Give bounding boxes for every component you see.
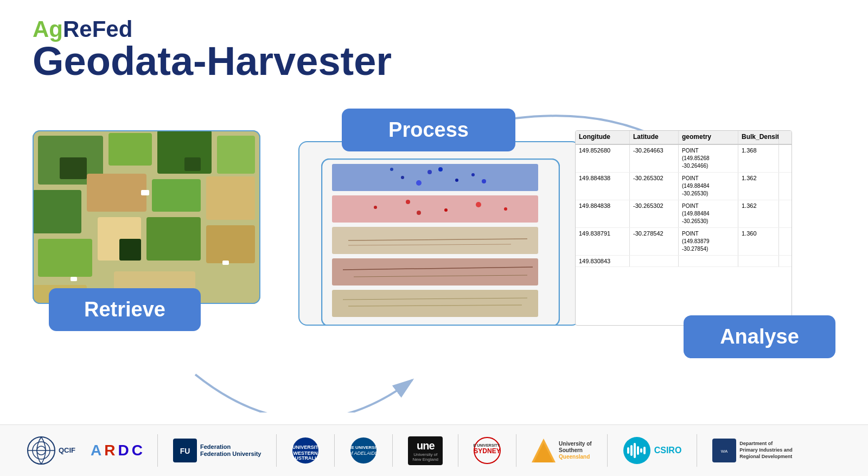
une-sub2: New England xyxy=(412,457,438,462)
svg-point-29 xyxy=(416,180,422,186)
logo-federation: FU Federation Federation University xyxy=(173,439,261,462)
ard-a: A xyxy=(91,442,101,459)
svg-point-28 xyxy=(455,179,458,182)
footer: QCIF A R D C FU Federation Federation Un… xyxy=(0,424,868,476)
svg-text:FU: FU xyxy=(180,447,190,455)
data-table: Longitude Latitude geometry Bulk_Density… xyxy=(575,130,792,326)
footer-divider-5 xyxy=(458,434,458,467)
svg-rect-71 xyxy=(630,445,633,456)
col-latitude-header: Latitude xyxy=(630,131,679,144)
svg-rect-7 xyxy=(217,136,255,174)
logo-csiro: CSIRO xyxy=(623,436,682,465)
logo-dpird: WA Department of Primary Industries and … xyxy=(712,439,793,462)
svg-text:AUSTRALIA: AUSTRALIA xyxy=(292,455,319,461)
svg-point-26 xyxy=(401,176,404,179)
table-row: 149.838791 -30.278542 POINT(149.83879-30… xyxy=(576,228,792,256)
svg-point-27 xyxy=(427,170,432,174)
uoa-icon: THE UNIVERSITY of ADELAIDE xyxy=(350,437,377,464)
csiro-icon xyxy=(623,436,651,465)
ard-c: C xyxy=(132,442,142,459)
ard-r: R xyxy=(104,442,114,459)
logo-usyd: THE UNIVERSITY OF SYDNEY xyxy=(474,437,501,464)
ard-d: D xyxy=(118,442,129,459)
usq-text: University of xyxy=(559,441,592,447)
footer-divider-6 xyxy=(516,434,516,467)
svg-text:SYDNEY: SYDNEY xyxy=(474,447,500,455)
svg-text:THE UNIVERSITY OF: THE UNIVERSITY OF xyxy=(292,445,319,450)
svg-rect-18 xyxy=(184,157,201,171)
svg-rect-9 xyxy=(87,174,146,212)
svg-rect-19 xyxy=(141,190,149,195)
brand-refed: ReFed xyxy=(63,16,132,42)
svg-rect-25 xyxy=(332,164,538,191)
svg-point-36 xyxy=(406,200,410,204)
svg-rect-14 xyxy=(146,217,201,261)
svg-rect-11 xyxy=(206,176,255,220)
svg-point-39 xyxy=(504,207,507,211)
dpird-text-block: Department of Primary Industries and Reg… xyxy=(739,441,793,460)
analyse-area: Longitude Latitude geometry Bulk_Density… xyxy=(575,130,835,364)
une-sub: University of xyxy=(413,452,437,457)
retrieve-label: Retrieve xyxy=(49,288,201,331)
logo-ard: A R D C xyxy=(91,442,142,459)
svg-rect-10 xyxy=(152,179,201,212)
process-label: Process xyxy=(342,109,515,151)
footer-divider-3 xyxy=(334,434,335,467)
usq-icon xyxy=(532,439,556,462)
layers-visual xyxy=(321,158,560,321)
diagram: Retrieve Process xyxy=(33,109,835,412)
svg-rect-16 xyxy=(60,157,87,179)
usq-text-block: University of Southern Queensland xyxy=(559,441,592,460)
col-geometry-header: geometry xyxy=(679,131,738,144)
logo-uoa: THE UNIVERSITY of ADELAIDE xyxy=(350,437,377,464)
uwa-icon: THE UNIVERSITY OF WESTERN AUSTRALIA xyxy=(292,437,319,464)
table-header: Longitude Latitude geometry Bulk_Density xyxy=(576,131,792,145)
analyse-label: Analyse xyxy=(684,315,835,358)
svg-point-37 xyxy=(444,208,448,212)
qcif-icon xyxy=(27,436,55,465)
footer-divider-1 xyxy=(157,434,158,467)
svg-rect-5 xyxy=(108,133,152,166)
svg-point-35 xyxy=(374,206,377,209)
svg-text:of ADELAIDE: of ADELAIDE xyxy=(350,450,377,456)
csiro-text: CSIRO xyxy=(654,445,682,455)
svg-text:THE UNIVERSITY: THE UNIVERSITY xyxy=(350,445,377,450)
svg-point-31 xyxy=(438,167,443,172)
svg-point-40 xyxy=(417,211,421,215)
header: AgReFed Geodata-Harvester xyxy=(33,16,392,82)
main-title: Geodata-Harvester xyxy=(33,40,392,82)
svg-rect-44 xyxy=(332,258,538,285)
layers-box xyxy=(298,141,580,326)
logo-uwa: THE UNIVERSITY OF WESTERN AUSTRALIA xyxy=(292,437,319,464)
svg-rect-12 xyxy=(38,239,92,277)
svg-point-32 xyxy=(482,179,486,183)
svg-point-33 xyxy=(390,168,393,171)
table-row: 149.830843 xyxy=(576,256,792,267)
svg-rect-15 xyxy=(206,225,255,263)
qcif-text: QCIF xyxy=(59,446,75,455)
footer-divider-8 xyxy=(697,434,697,467)
footer-divider-4 xyxy=(392,434,393,467)
federation-icon: FU xyxy=(173,439,197,462)
svg-text:THE UNIVERSITY OF: THE UNIVERSITY OF xyxy=(474,443,501,447)
svg-rect-20 xyxy=(71,277,77,281)
col-longitude-header: Longitude xyxy=(576,131,630,144)
logo-une: une University of New England xyxy=(408,436,443,465)
svg-rect-75 xyxy=(643,447,646,454)
svg-rect-74 xyxy=(640,448,642,453)
svg-rect-73 xyxy=(637,446,639,455)
col-bulk-header: Bulk_Density xyxy=(738,131,779,144)
une-text: une xyxy=(417,440,435,452)
svg-rect-17 xyxy=(119,239,141,261)
retrieve-box: Retrieve xyxy=(33,130,260,331)
table-row: 149.852680 -30.264663 POINT(149.85268-30… xyxy=(576,145,792,173)
svg-rect-47 xyxy=(332,290,538,317)
svg-rect-21 xyxy=(222,261,229,265)
une-box: une University of New England xyxy=(408,436,443,465)
dpird-icon: WA xyxy=(712,439,736,462)
svg-point-38 xyxy=(476,202,481,207)
process-area: Process xyxy=(298,109,580,342)
footer-divider-2 xyxy=(276,434,277,467)
svg-rect-8 xyxy=(33,190,81,233)
footer-divider-7 xyxy=(607,434,608,467)
